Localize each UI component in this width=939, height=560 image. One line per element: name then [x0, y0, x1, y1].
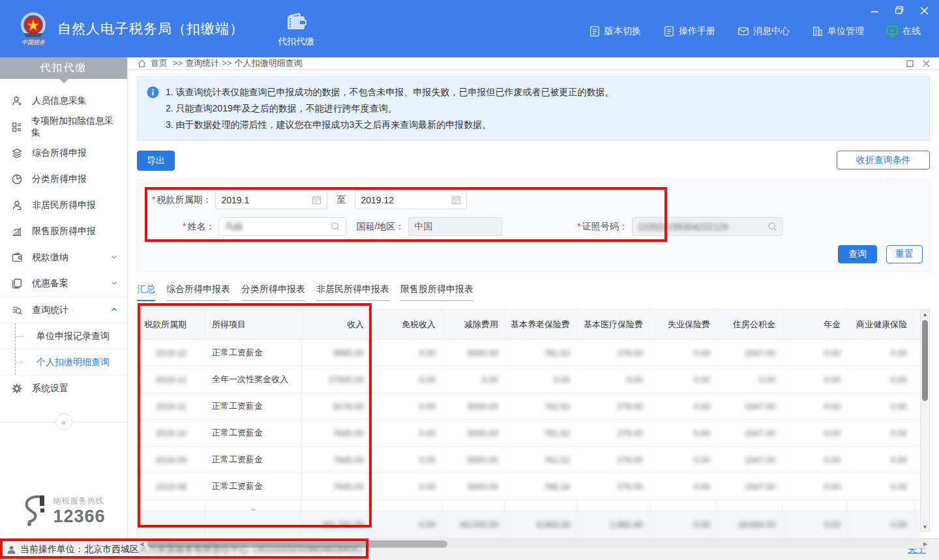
table-cell: 279.00: [577, 473, 650, 499]
header-menu-item-1[interactable]: 操作手册: [663, 25, 715, 37]
home-icon: [137, 59, 147, 68]
breadcrumb-item-0: 查询统计: [185, 58, 219, 68]
panel-maximize-button[interactable]: [906, 60, 914, 67]
search-icon[interactable]: [331, 222, 340, 231]
table-cell: 失业保险费: [650, 310, 717, 339]
table-cell: 0.00: [650, 511, 717, 537]
calendar-icon[interactable]: [312, 195, 321, 205]
wallet-icon: [10, 251, 23, 264]
window-controls: [869, 5, 930, 16]
id-label: 证照号码：: [582, 221, 628, 231]
id-number-input[interactable]: 110502199304222129: [632, 217, 783, 236]
chevron-up-icon: [110, 305, 118, 316]
table-cell: 0.00: [782, 447, 848, 473]
scroll-right-arrow[interactable]: ▶: [921, 541, 930, 547]
tab-4[interactable]: 限售股所得申报表: [400, 284, 473, 301]
close-button[interactable]: [918, 5, 930, 16]
table-cell: 8,993.36: [505, 511, 577, 537]
search-list-icon: [10, 304, 23, 317]
table-cell: 减除费用: [443, 310, 505, 339]
table-cell: 9178.00: [302, 393, 371, 419]
table-cell: 0.00: [650, 366, 717, 392]
chevron-down-icon: [110, 278, 118, 289]
table-cell: [302, 500, 371, 511]
panel-close-button[interactable]: [923, 60, 930, 67]
table-cell: 798.24: [505, 473, 577, 499]
tab-0[interactable]: 汇总: [137, 284, 155, 301]
table-cell: 正常工资薪金: [205, 393, 302, 419]
header-menu-item-2[interactable]: 消息中心: [738, 25, 790, 37]
sidebar-header: 代扣代缴: [0, 57, 127, 79]
restore-button[interactable]: [893, 5, 905, 16]
sidebar-item-8[interactable]: 查询统计: [0, 297, 127, 323]
table-cell: 279.00: [577, 420, 650, 446]
table-cell: 60,000.00: [443, 511, 505, 537]
collapse-query-button[interactable]: 收折查询条件: [837, 151, 930, 169]
table-cell: 761.52: [505, 447, 577, 473]
table-cell: 所得项目: [205, 310, 302, 339]
header-menu-item-0[interactable]: 版本切换: [589, 25, 641, 37]
breadcrumb-home[interactable]: 首页: [151, 57, 168, 69]
reset-button[interactable]: 重置: [886, 245, 923, 263]
sidebar-item-2[interactable]: 综合所得申报: [0, 140, 127, 166]
table-cell: 0.00: [371, 366, 443, 392]
export-button[interactable]: 导出: [137, 151, 175, 171]
hotline-number: 12366: [53, 507, 105, 527]
tab-2[interactable]: 分类所得申报表: [241, 284, 305, 301]
table-cell: 0.00: [371, 511, 443, 537]
table-cell: [848, 500, 914, 511]
sidebar-item-7[interactable]: 优惠备案: [0, 271, 127, 297]
period-from-input[interactable]: 2019.1: [215, 190, 327, 209]
header-menu-item-3[interactable]: 单位管理: [812, 25, 864, 37]
sidebar-collapse-button[interactable]: «: [55, 413, 72, 430]
table-cell: 1547.00: [717, 340, 782, 366]
sidebar-subitem-0[interactable]: 单位申报记录查询: [0, 323, 127, 349]
sidebar-item-0[interactable]: 人员信息采集: [0, 88, 127, 114]
tab-daikoudaijiao[interactable]: 代扣代缴: [278, 12, 314, 48]
sidebar-item-4[interactable]: 非居民所得申报: [0, 192, 127, 218]
vertical-scroll-thumb[interactable]: [922, 320, 928, 401]
table-cell: 1547.00: [717, 473, 782, 499]
table-cell: [914, 340, 920, 366]
query-panel: *税款所属期： 2019.1 至 2019.12: [137, 179, 930, 272]
table-cell: 0.00: [782, 420, 848, 446]
table-cell: ..: [205, 500, 302, 511]
name-input[interactable]: 马丽: [218, 217, 346, 236]
calendar-icon[interactable]: [451, 195, 461, 205]
table-cell: 0.00: [848, 393, 914, 419]
period-to-input[interactable]: 2019.12: [355, 190, 467, 209]
table-cell: 年金: [782, 310, 848, 339]
vertical-scrollbar[interactable]: ▲ ▼: [920, 309, 930, 532]
table-cell: 正常工资薪金: [205, 420, 302, 446]
table-cell: 0.00: [371, 393, 443, 419]
tab-3[interactable]: 非居民所得申报表: [316, 284, 389, 301]
sidebar-item-1[interactable]: 专项附加扣除信息采集: [0, 114, 127, 140]
sidebar: 代扣代缴 人员信息采集专项附加扣除信息采集综合所得申报分类所得申报非居民所得申报…: [0, 57, 128, 538]
gear-icon: [10, 382, 23, 395]
tab-1[interactable]: 综合所得申报表: [166, 284, 230, 301]
table-cell: 商业健康保险: [848, 310, 914, 339]
sidebar-item-6[interactable]: 税款缴纳: [0, 244, 127, 271]
table-cell: 0.00: [650, 393, 717, 419]
table-cell: 住房公积金: [717, 310, 782, 339]
table-cell: 18,564.00: [717, 511, 782, 537]
table-cell: 2019-08: [138, 473, 205, 499]
sidebar-item-3[interactable]: 分类所得申报: [0, 166, 127, 192]
header-menu: 版本切换操作手册消息中心单位管理在线: [589, 25, 921, 37]
online-status: 在线: [886, 25, 921, 37]
sidebar-subitem-1[interactable]: 个人扣缴明细查询: [0, 349, 127, 376]
notice-line: 3. 由于数据处理的滞后性，建议您在申报成功3天之后再来查询最新的申报数据。: [166, 117, 614, 133]
minimize-button[interactable]: [869, 5, 880, 16]
search-icon[interactable]: [768, 222, 777, 231]
search-button[interactable]: 查询: [838, 245, 877, 263]
building-icon: [812, 25, 824, 37]
mail-icon: [738, 25, 749, 37]
table-cell: [914, 500, 920, 511]
current-unit-label: 当前操作单位：: [20, 544, 84, 555]
table-cell: --: [138, 511, 205, 537]
sidebar-item-settings[interactable]: 系统设置: [0, 376, 127, 402]
person-icon: [10, 199, 23, 212]
scroll-up-arrow[interactable]: ▲: [923, 310, 928, 319]
sidebar-item-5[interactable]: 限售股所得申报: [0, 218, 127, 244]
scroll-down-arrow[interactable]: ▼: [923, 522, 928, 531]
